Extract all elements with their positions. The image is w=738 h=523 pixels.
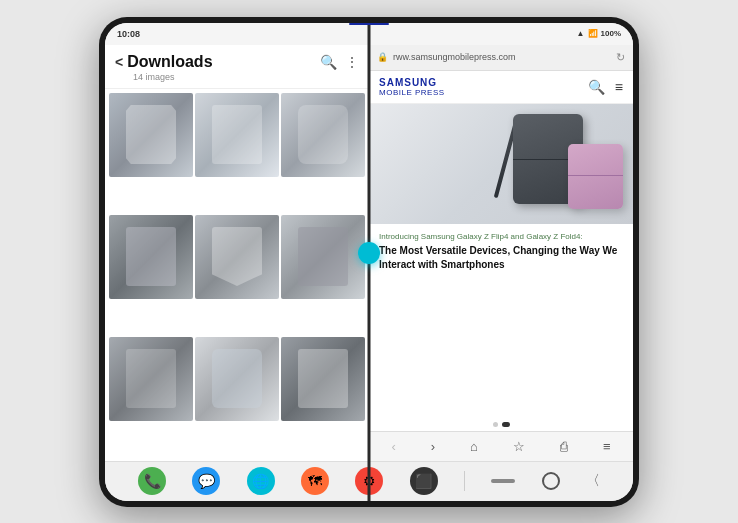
carousel-indicator [369,418,633,431]
back-button[interactable]: < [115,54,123,70]
photo-cell-2[interactable] [195,93,279,177]
photo-cell-9[interactable] [281,337,365,421]
samsung-brand-name: SAMSUNG [379,77,445,88]
photo-cell-3[interactable] [281,93,365,177]
lock-icon: 🔒 [377,52,388,62]
article-headline: The Most Versatile Devices, Changing the… [379,244,623,272]
status-icons: ▲ 📶 100% [577,29,621,38]
downloads-title: Downloads [127,53,316,71]
dot-1 [493,422,498,427]
app-dock: 📞 💬 🌐 🗺 ⚙ ⬛ 〈 [105,461,633,501]
browser-panel: 🔒 rww.samsungmobilepress.com ↻ SAMSUNG M… [369,45,633,461]
reload-icon[interactable]: ↻ [616,51,625,64]
search-icon[interactable]: 🔍 [320,54,337,70]
status-bar: 10:08 ▲ 📶 100% [105,23,633,45]
downloads-header: < Downloads 🔍 ⋮ 14 images [105,45,369,89]
nav-back-btn[interactable]: 〈 [586,472,600,490]
samsung-brand-sub: MOBILE PRESS [379,88,445,97]
header-actions: 🔍 ⋮ [320,54,359,70]
nav-home-btn[interactable] [542,472,560,490]
photo-cell-8[interactable] [195,337,279,421]
status-time: 10:08 [117,29,140,39]
url-text[interactable]: rww.samsungmobilepress.com [393,52,611,62]
photo-cell-7[interactable] [109,337,193,421]
dock-maps-icon[interactable]: 🗺 [301,467,329,495]
browser-forward-btn[interactable]: › [426,437,440,456]
browser-bookmark-btn[interactable]: ☆ [508,437,530,456]
url-bar[interactable]: 🔒 rww.samsungmobilepress.com ↻ [369,45,633,71]
dock-internet-icon[interactable]: 🌐 [247,467,275,495]
photo-cell-5[interactable] [195,215,279,299]
dock-store-icon[interactable]: ⬛ [410,467,438,495]
wifi-icon: 📶 [588,29,598,38]
photo-cell-1[interactable] [109,93,193,177]
top-indicator [349,23,389,25]
browser-home-btn[interactable]: ⌂ [465,437,483,456]
phone-device: 10:08 ▲ 📶 100% < Downloads 🔍 ⋮ [99,17,639,507]
signal-icon: ▲ [577,29,585,38]
article-intro: Introducing Samsung Galaxy Z Flip4 and G… [379,232,623,241]
dock-messages-icon[interactable]: 💬 [192,467,220,495]
more-options-icon[interactable]: ⋮ [345,54,359,70]
samsung-search-icon[interactable]: 🔍 [588,79,605,95]
split-screen: < Downloads 🔍 ⋮ 14 images [105,45,633,461]
phone-screen: 10:08 ▲ 📶 100% < Downloads 🔍 ⋮ [105,23,633,501]
browser-back-btn[interactable]: ‹ [386,437,400,456]
photo-cell-6[interactable] [281,215,365,299]
split-drag-handle[interactable] [358,242,380,264]
browser-share-btn[interactable]: ⎙ [555,437,573,456]
samsung-logo: SAMSUNG MOBILE PRESS [379,77,445,97]
samsung-nav-icons: 🔍 ≡ [588,79,623,95]
downloads-panel: < Downloads 🔍 ⋮ 14 images [105,45,369,461]
dock-phone-icon[interactable]: 📞 [138,467,166,495]
nav-recent-btn[interactable] [491,479,515,483]
photo-cell-4[interactable] [109,215,193,299]
dot-2 [502,422,510,427]
dock-divider [464,471,465,491]
browser-menu-btn[interactable]: ≡ [598,437,616,456]
hero-image [369,104,633,224]
samsung-menu-icon[interactable]: ≡ [615,79,623,95]
battery-icon: 100% [601,29,621,38]
header-row: < Downloads 🔍 ⋮ [115,53,359,71]
samsung-header: SAMSUNG MOBILE PRESS 🔍 ≡ [369,71,633,104]
galaxy-flip-image [568,144,623,209]
downloads-count: 14 images [133,72,359,82]
article-content: Introducing Samsung Galaxy Z Flip4 and G… [369,224,633,418]
dock-camera-icon[interactable]: ⚙ [355,467,383,495]
photo-grid [105,89,369,461]
browser-navigation: ‹ › ⌂ ☆ ⎙ ≡ [369,431,633,461]
